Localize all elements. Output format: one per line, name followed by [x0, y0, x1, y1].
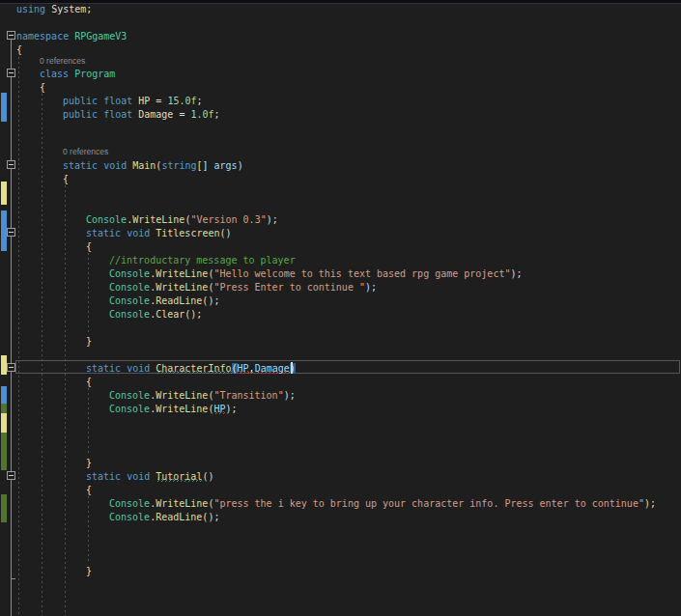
- code-token: WriteLine: [156, 390, 208, 401]
- code-token: static void: [63, 160, 127, 171]
- code-token: ,: [249, 363, 255, 374]
- code-line[interactable]: Console.WriteLine("press the i key to br…: [109, 497, 656, 510]
- code-token: );: [284, 390, 296, 401]
- code-token: ReadLine: [156, 512, 202, 522]
- code-line[interactable]: class Program: [40, 68, 115, 80]
- code-token: ();: [202, 512, 219, 522]
- code-token: "Version 0.3": [190, 214, 266, 225]
- code-token: Console: [109, 295, 150, 306]
- code-token: );: [267, 214, 278, 225]
- code-token: Console: [109, 390, 150, 401]
- code-line[interactable]: static void Tutorial(): [86, 470, 213, 483]
- change-tracking-mark: [1, 386, 7, 404]
- code-token: HP: [213, 404, 225, 414]
- code-line[interactable]: {: [86, 484, 92, 496]
- code-line[interactable]: //introductary message to player: [109, 254, 296, 266]
- code-line[interactable]: Console.WriteLine(HP);: [109, 403, 238, 415]
- code-line[interactable]: Console.ReadLine();: [109, 294, 219, 307]
- code-token: HP: [238, 363, 249, 374]
- code-token: public float: [63, 96, 132, 106]
- outline-collapse-box[interactable]: [7, 471, 15, 480]
- code-line[interactable]: static void Main(string[] args): [63, 159, 243, 172]
- code-token: static void: [86, 471, 156, 482]
- code-token: }: [86, 336, 92, 347]
- code-line[interactable]: {: [40, 81, 45, 94]
- code-line[interactable]: Console.WriteLine("Transition");: [109, 389, 296, 402]
- change-tracking-mark: [1, 413, 7, 433]
- code-token: );: [644, 498, 656, 509]
- code-token: CharacterInfo: [156, 363, 231, 374]
- code-line[interactable]: Console.Clear();: [109, 308, 202, 321]
- codelens-label[interactable]: 0 references: [40, 56, 85, 66]
- code-token: Main: [127, 160, 156, 171]
- code-token: "Transition": [213, 390, 283, 401]
- code-line[interactable]: static void CharacterInfo(HP,Damage): [86, 362, 296, 375]
- code-line[interactable]: public float HP = 15.0f;: [63, 95, 203, 107]
- code-line[interactable]: Console.WriteLine("Hello welcome to this…: [109, 267, 523, 280]
- code-token: );: [365, 282, 377, 293]
- outline-collapse-box[interactable]: [7, 363, 15, 372]
- code-line[interactable]: using System;: [16, 3, 92, 15]
- text-caret: [291, 362, 293, 374]
- code-token: ();: [184, 309, 202, 320]
- change-tracking-mark: [1, 433, 7, 470]
- code-line[interactable]: public float Damage = 1.0f;: [63, 108, 220, 121]
- code-line[interactable]: {: [86, 376, 92, 388]
- code-line[interactable]: static void Titlescreen(): [86, 227, 232, 239]
- code-token: ReadLine: [156, 295, 202, 306]
- code-token: {: [16, 44, 22, 55]
- code-token: Damage =: [132, 109, 190, 120]
- code-token: {: [63, 174, 69, 184]
- indent-guide: [18, 57, 19, 616]
- code-line[interactable]: namespace RPGgameV3: [16, 30, 127, 42]
- code-token: static void: [86, 228, 150, 238]
- indent-guide: [88, 253, 89, 334]
- code-token: {: [86, 377, 92, 387]
- code-token: 1.0f: [190, 109, 213, 120]
- code-token: System;: [45, 4, 92, 14]
- code-line[interactable]: }: [86, 457, 92, 469]
- code-token: "press the i key to bring up your charac…: [213, 498, 644, 509]
- outline-collapse-box[interactable]: [7, 228, 15, 237]
- code-token: ();: [202, 295, 219, 306]
- code-token: Console: [109, 404, 150, 414]
- code-token: WriteLine: [156, 268, 208, 279]
- code-token: );: [510, 268, 522, 279]
- code-line[interactable]: }: [86, 335, 92, 348]
- change-tracking-mark: [1, 93, 7, 122]
- indent-guide: [88, 496, 89, 564]
- code-token: Damage: [255, 363, 290, 374]
- codelens-label[interactable]: 0 references: [63, 147, 108, 156]
- code-line[interactable]: {: [63, 173, 69, 185]
- editor-top-border: [0, 0, 681, 4]
- code-token: (: [232, 363, 238, 374]
- code-line[interactable]: {: [86, 240, 92, 253]
- outline-collapse-box[interactable]: [7, 69, 15, 77]
- code-token: RPGgameV3: [69, 31, 127, 42]
- indent-guide: [88, 388, 89, 456]
- code-token: Console: [109, 498, 150, 509]
- code-token: {: [86, 241, 92, 252]
- code-token: WriteLine: [156, 282, 208, 293]
- code-token: ): [238, 160, 243, 171]
- code-line[interactable]: }: [86, 565, 92, 577]
- code-token: Console: [109, 309, 150, 320]
- code-line[interactable]: Console.ReadLine();: [109, 511, 219, 523]
- code-token: Tutorial: [156, 471, 202, 482]
- code-line[interactable]: {: [16, 43, 22, 56]
- code-line[interactable]: Console.WriteLine("Press Enter to contin…: [109, 281, 377, 294]
- outline-end-tick: [11, 578, 15, 579]
- outline-collapse-box[interactable]: [7, 160, 15, 169]
- code-token: {: [40, 82, 45, 93]
- change-tracking-mark: [1, 182, 7, 205]
- code-token: args: [214, 160, 238, 171]
- outline-collapse-box[interactable]: [7, 31, 15, 40]
- code-token: //introductary message to player: [109, 255, 296, 266]
- code-line[interactable]: Console.WriteLine("Version 0.3");: [86, 213, 278, 226]
- code-token: Program: [69, 69, 115, 79]
- code-token: Clear: [156, 309, 184, 320]
- indent-guide: [65, 185, 66, 616]
- change-tracking-mark: [1, 404, 7, 413]
- code-token: "Hello welcome to this text based rpg ga…: [213, 268, 510, 279]
- code-token: "Press Enter to continue ": [213, 282, 365, 293]
